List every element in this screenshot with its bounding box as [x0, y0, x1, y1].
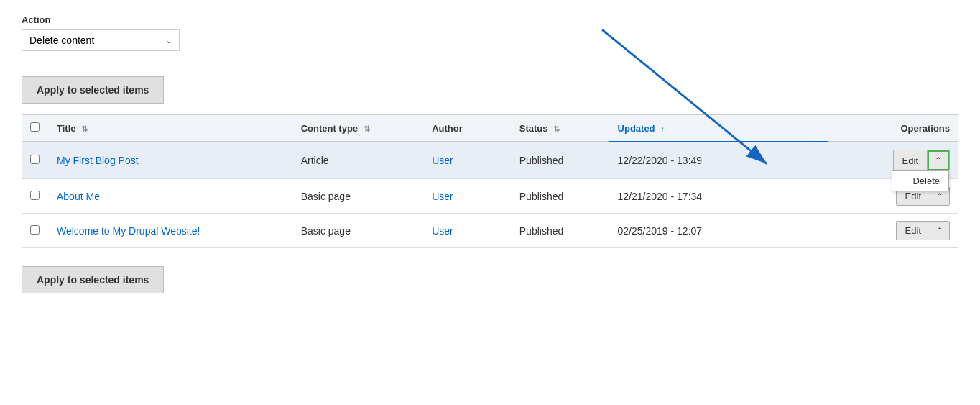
row-1-title-cell: My First Blog Post: [48, 142, 292, 179]
sort-icon-updated: ↑: [660, 124, 665, 133]
row-1-dropdown-menu: Delete: [892, 170, 949, 191]
row-3-title-link[interactable]: Welcome to My Drupal Website!: [57, 225, 200, 237]
updated-column-header[interactable]: Updated ↑: [609, 115, 828, 142]
table-row: About Me Basic page User Published 12/21…: [22, 179, 958, 214]
row-3-content-type-cell: Basic page: [292, 214, 424, 248]
status-column-header[interactable]: Status ⇅: [511, 115, 609, 142]
row-3-edit-button[interactable]: Edit: [897, 222, 930, 240]
title-column-header[interactable]: Title ⇅: [48, 115, 292, 142]
table-row: Welcome to My Drupal Website! Basic page…: [22, 214, 958, 248]
apply-top-button[interactable]: Apply to selected items: [22, 76, 164, 104]
row-2-checkbox-cell: [22, 179, 48, 214]
action-select-wrapper: Delete content Save content Unpublish co…: [22, 29, 180, 51]
row-2-title-cell: About Me: [48, 179, 292, 214]
row-3-title-cell: Welcome to My Drupal Website!: [48, 214, 292, 248]
operations-column-header: Operations: [828, 115, 958, 142]
row-3-operations-cell: Edit ⌃: [828, 214, 958, 248]
row-3-checkbox[interactable]: [30, 225, 40, 235]
row-1-checkbox-cell: [22, 142, 48, 179]
row-2-title-link[interactable]: About Me: [57, 191, 100, 202]
row-2-updated-cell: 12/21/2020 - 17:34: [609, 179, 828, 214]
table-row: My First Blog Post Article User Publishe…: [22, 142, 958, 179]
row-1-operations-cell: Edit ⌃ Delete: [828, 142, 958, 179]
author-column-header: Author: [423, 115, 511, 142]
row-2-content-type-cell: Basic page: [292, 179, 424, 214]
sort-icon-title: ⇅: [81, 124, 88, 133]
row-2-status-cell: Published: [511, 179, 609, 214]
content-table: Title ⇅ Content type ⇅ Author Status ⇅ U…: [22, 114, 958, 248]
row-1-status-cell: Published: [511, 142, 609, 179]
apply-bottom-button[interactable]: Apply to selected items: [22, 266, 164, 293]
select-all-checkbox[interactable]: [30, 122, 40, 132]
action-select[interactable]: Delete content Save content Unpublish co…: [22, 29, 180, 51]
row-3-dropdown-toggle[interactable]: ⌃: [930, 222, 949, 240]
row-3-updated-cell: 02/25/2019 - 12:07: [609, 214, 828, 248]
row-1-delete-item[interactable]: Delete: [892, 171, 948, 191]
row-1-author-link[interactable]: User: [432, 155, 453, 166]
row-1-title-link[interactable]: My First Blog Post: [57, 155, 139, 166]
row-3-author-link[interactable]: User: [432, 225, 453, 237]
row-2-author-cell: User: [423, 179, 511, 214]
row-3-checkbox-cell: [22, 214, 48, 248]
row-1-checkbox[interactable]: [30, 155, 40, 164]
row-3-status-cell: Published: [511, 214, 609, 248]
select-all-header: [22, 115, 48, 142]
action-label: Action: [22, 14, 958, 25]
row-3-edit-group: Edit ⌃: [896, 221, 950, 240]
row-3-author-cell: User: [423, 214, 511, 248]
table-header-row: Title ⇅ Content type ⇅ Author Status ⇅ U…: [22, 115, 958, 142]
sort-icon-content-type: ⇅: [364, 124, 370, 133]
row-1-dropdown-toggle[interactable]: ⌃: [928, 150, 949, 170]
sort-icon-status: ⇅: [553, 124, 560, 133]
action-section: Action Delete content Save content Unpub…: [22, 14, 958, 51]
row-1-author-cell: User: [423, 142, 511, 179]
row-1-updated-cell: 12/22/2020 - 13:49: [609, 142, 828, 179]
row-2-checkbox[interactable]: [30, 191, 40, 200]
content-type-column-header[interactable]: Content type ⇅: [292, 115, 424, 142]
row-2-author-link[interactable]: User: [432, 191, 453, 202]
row-1-content-type-cell: Article: [292, 142, 424, 179]
row-1-edit-button[interactable]: Edit: [894, 150, 928, 170]
row-1-edit-group: Edit ⌃ Delete: [893, 150, 950, 171]
